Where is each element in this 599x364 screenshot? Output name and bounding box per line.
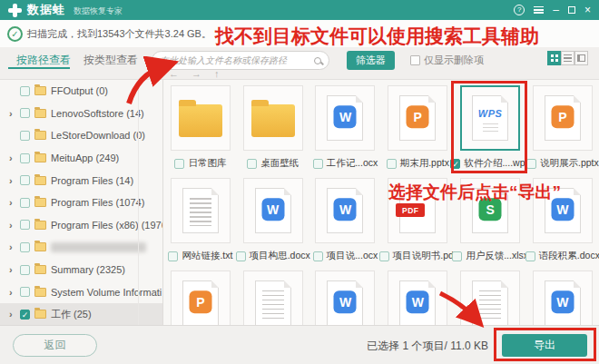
word-file-icon: W	[327, 95, 363, 141]
file-checkbox[interactable]	[387, 159, 397, 169]
file-card[interactable]: P	[388, 85, 447, 151]
folder-name: Summary (2325)	[51, 264, 125, 275]
grid-view-icon	[551, 54, 558, 62]
file-card[interactable]: W	[243, 178, 303, 243]
sidebar-folder-item[interactable]: ›	[0, 236, 162, 259]
file-card[interactable]: W	[315, 271, 375, 325]
active-tab-underline	[8, 67, 70, 69]
file-card[interactable]: W	[315, 85, 375, 151]
expand-arrow-icon[interactable]: ›	[9, 175, 20, 186]
file-item[interactable]: W工作记...ocx	[309, 80, 382, 172]
annotation-arrow-to-export	[434, 285, 490, 329]
file-name: 工作记...ocx	[327, 157, 378, 170]
file-checkbox[interactable]	[452, 251, 462, 261]
file-card[interactable]	[171, 178, 231, 243]
file-item[interactable]: W项目构思.docx	[237, 172, 309, 265]
file-item[interactable]: W	[526, 265, 599, 325]
expand-arrow-icon[interactable]: ›	[9, 241, 20, 252]
help-icon[interactable]: ?	[514, 5, 525, 15]
folder-name: Program Files (1074)	[51, 197, 144, 208]
folder-checkbox[interactable]	[20, 108, 30, 118]
folder-checkbox[interactable]	[20, 287, 30, 297]
sidebar-folder-item[interactable]: ›Program Files (x86) (1976	[0, 214, 162, 237]
file-item[interactable]: P说明展示.pptx	[526, 80, 599, 172]
expand-arrow-icon[interactable]: ›	[9, 309, 20, 320]
expand-arrow-icon[interactable]: ›	[9, 220, 20, 231]
scan-complete-icon: ✓	[7, 26, 23, 42]
txt-file-icon	[182, 188, 219, 233]
minimize-icon[interactable]: –	[553, 5, 559, 15]
file-name: 日常图库	[188, 157, 226, 170]
nav-up-icon[interactable]: ↑	[214, 68, 220, 79]
word-file-icon: W	[327, 188, 363, 233]
maximize-icon[interactable]	[568, 6, 575, 14]
folder-icon	[34, 242, 46, 251]
folder-checkbox[interactable]	[20, 175, 30, 185]
file-card[interactable]: P	[533, 85, 593, 151]
file-card[interactable]	[243, 271, 303, 325]
sidebar-folder-item[interactable]: ›Summary (2325)	[0, 259, 162, 281]
file-item[interactable]: W	[309, 265, 382, 325]
file-item[interactable]: P	[164, 265, 237, 325]
file-card[interactable]	[243, 85, 303, 151]
selection-summary: 已选择 1 个项目/ 11.0 KB	[367, 339, 488, 354]
file-checkbox[interactable]	[379, 251, 389, 261]
preview-view-button[interactable]	[574, 51, 588, 65]
sidebar-folder-item[interactable]: ›System Volume Informati	[0, 280, 162, 303]
folder-name: FFOutput (0)	[51, 85, 108, 96]
file-card[interactable]: P	[171, 271, 231, 325]
search-icon[interactable]	[314, 57, 321, 64]
nav-forward-icon[interactable]: →	[191, 68, 201, 79]
file-checkbox[interactable]	[236, 251, 246, 261]
file-card[interactable]: W	[533, 271, 593, 325]
deleted-only-checkbox[interactable]	[410, 55, 420, 65]
sidebar-folder-item[interactable]: ›✓工作 (25)	[0, 303, 162, 325]
file-item[interactable]: W项目说...ocx	[309, 172, 382, 265]
folder-checkbox[interactable]	[20, 198, 30, 208]
file-item[interactable]: 网站链接.txt	[164, 172, 237, 265]
expand-arrow-icon[interactable]: ›	[9, 108, 20, 119]
file-item[interactable]: P期末用.pptx	[381, 80, 454, 172]
folder-checkbox[interactable]	[20, 153, 30, 163]
expand-arrow-icon[interactable]: ›	[9, 264, 20, 275]
file-card[interactable]: W	[315, 178, 375, 243]
folder-icon	[34, 198, 46, 207]
expand-arrow-icon[interactable]: ›	[9, 287, 20, 298]
expand-arrow-icon[interactable]: ›	[9, 152, 20, 163]
file-checkbox[interactable]	[174, 159, 184, 169]
folder-checkbox[interactable]	[20, 265, 30, 275]
folder-checkbox[interactable]	[20, 131, 30, 141]
menu-icon[interactable]	[534, 6, 544, 14]
tab-by-path[interactable]: 按路径查看	[16, 53, 71, 68]
file-item[interactable]	[237, 265, 309, 325]
sidebar-folder-item[interactable]: ›Program Files (14)	[0, 169, 162, 192]
folder-icon	[34, 131, 46, 140]
file-checkbox[interactable]	[525, 251, 535, 261]
app-logo-icon	[8, 4, 22, 17]
sidebar-folder-item[interactable]: ›Program Files (1074)	[0, 192, 162, 214]
grid-view-button[interactable]	[547, 51, 561, 65]
annotation-search-tip: 找不到目标文件可以使用搜索工具辅助	[215, 24, 539, 49]
list-view-button[interactable]	[561, 51, 574, 65]
deleted-only-toggle[interactable]: 仅显示删除项	[410, 54, 484, 67]
expand-arrow-icon[interactable]: ›	[9, 197, 20, 208]
sidebar-folder-item[interactable]: LeStoreDownload (0)	[0, 124, 162, 147]
file-checkbox[interactable]	[526, 159, 536, 169]
folder-checkbox[interactable]	[20, 220, 30, 230]
file-name: 用户反馈...xlsx	[466, 250, 528, 262]
file-checkbox[interactable]	[313, 159, 323, 169]
file-checkbox[interactable]	[168, 251, 178, 261]
file-name: 项目说明书.pdf	[393, 250, 457, 262]
file-checkbox[interactable]	[247, 159, 257, 169]
app-brand: 数据蛙	[27, 2, 65, 18]
folder-checkbox[interactable]	[20, 86, 30, 96]
close-icon[interactable]: ×	[584, 5, 591, 15]
folder-checkbox[interactable]	[20, 242, 30, 252]
file-checkbox[interactable]	[313, 251, 323, 261]
app-subtitle: 数据恢复专家	[74, 5, 123, 17]
folder-checkbox[interactable]: ✓	[20, 310, 30, 320]
file-item[interactable]: 桌面壁纸	[237, 80, 309, 172]
back-button[interactable]: 返回	[13, 334, 97, 357]
sidebar-folder-item[interactable]: ›MeituApp (249)	[0, 147, 162, 170]
filter-button[interactable]: 筛选器	[347, 51, 395, 70]
